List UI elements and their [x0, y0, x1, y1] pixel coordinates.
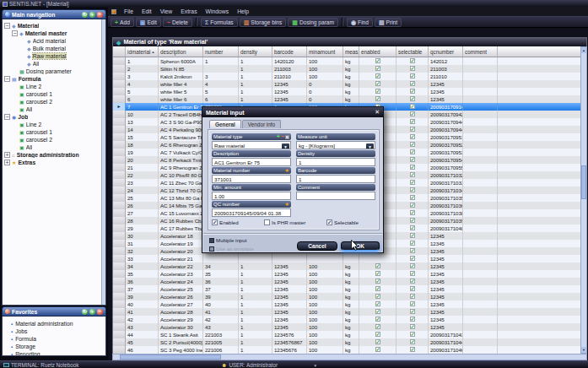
add-type-icon[interactable]: +: [277, 134, 280, 139]
menu-extras[interactable]: Extras: [176, 8, 201, 14]
menu-view[interactable]: View: [156, 8, 177, 14]
column-header-meas[interactable]: meas...: [343, 46, 359, 57]
tree-item-job[interactable]: −◉Job: [3, 113, 105, 121]
column-header-density[interactable]: density: [239, 46, 272, 57]
collapse-icon[interactable]: −: [4, 76, 10, 82]
comment-input[interactable]: [296, 192, 375, 200]
menu-edit[interactable]: Edit: [138, 8, 156, 14]
tree-item-bulk-material[interactable]: ◆Bulk material: [3, 45, 105, 52]
table-row-1[interactable]: 1Spheron 6000A111420120100kg✓✓142012: [113, 57, 580, 65]
table-row-3[interactable]: 3Kalcit 2mikron31211010100kg✓✓211010: [113, 73, 580, 80]
tree-item-formula[interactable]: −▤Formula: [3, 75, 105, 83]
expand-icon[interactable]: +: [4, 160, 10, 165]
collapse-icon[interactable]: −: [4, 23, 10, 29]
checkbox-icon[interactable]: [326, 219, 332, 225]
nav-panel-header[interactable]: Main navigation ↻ + −: [2, 9, 106, 19]
tree-item-all[interactable]: ▣All: [3, 106, 105, 113]
table-row-37[interactable]: 37Accelerator 2537112345100kg✓✓12345: [113, 285, 580, 293]
add-favorite-icon[interactable]: +: [89, 309, 95, 315]
toolbar-delete-button[interactable]: −Delete: [163, 18, 192, 27]
tree-item-carousel-2[interactable]: ▣carousel 2: [3, 98, 105, 106]
tree-item-carousel-1[interactable]: ▣carousel 1: [3, 128, 105, 136]
column-header-selectable[interactable]: selectable: [396, 46, 429, 57]
tree-item-material[interactable]: −◆Material: [3, 22, 105, 30]
column-header-description[interactable]: description: [159, 46, 203, 57]
scrollbar-thumb[interactable]: [581, 165, 586, 199]
table-row-34[interactable]: 34Accelerator 2234112345100kg✓✓12345: [113, 262, 580, 270]
column-header-minamount[interactable]: minamount: [307, 46, 343, 57]
toolbar-storage-bins-button[interactable]: ▥Storage bins: [240, 18, 287, 27]
table-row-43[interactable]: 43Accelerator 3043112345100kg✓✓12345: [113, 323, 580, 331]
is-phr-master-checkbox[interactable]: Is PHR master: [264, 219, 305, 225]
tree-item-extras[interactable]: +★Extras: [3, 159, 105, 166]
column-header-idmaterial[interactable]: idmaterial▲: [126, 46, 159, 57]
mdi-child-icon[interactable]: [111, 9, 116, 14]
collapse-icon[interactable]: −: [4, 114, 10, 120]
tree-item-acid-material[interactable]: ◆Acid material: [3, 37, 105, 45]
favorite-item-reporting[interactable]: ▪Reporting: [3, 350, 105, 356]
barcode-input[interactable]: [296, 175, 375, 183]
add-node-icon[interactable]: +: [89, 12, 95, 18]
toolbar-edit-button[interactable]: ▣Edit: [136, 18, 161, 27]
toolbar-print-button[interactable]: ▤Print: [375, 18, 402, 27]
tree-item-carousel-2[interactable]: ▣carousel 2: [3, 136, 105, 143]
material-type-select[interactable]: Raw material ▼: [212, 141, 291, 149]
table-row-46[interactable]: 46SC 3 Peg 4000 Ineo..221006112345676100…: [113, 346, 580, 354]
table-row-44[interactable]: 44SC 1 Stearik Asit22100311234576100kg✓✓…: [113, 331, 580, 338]
table-row-36[interactable]: 36Accelerator 2436112345100kg✓✓12345: [113, 278, 580, 285]
close-icon[interactable]: ✕: [375, 109, 380, 116]
checkbox-icon[interactable]: [212, 219, 218, 225]
measure-unit-select[interactable]: kg - [Kilograms] ▼: [296, 141, 375, 149]
toolbar-formulas-button[interactable]: ΣFormulas: [201, 18, 238, 27]
ok-button[interactable]: OK: [341, 241, 380, 251]
table-row-42[interactable]: 42Accelerator 2942112345100kg✓✓12345: [113, 316, 580, 323]
scroll-down-icon[interactable]: ▼: [581, 347, 586, 353]
scrollbar-thumb[interactable]: [120, 354, 221, 360]
column-header-enabled[interactable]: enabled: [359, 46, 396, 57]
dialog-titlebar[interactable]: Material input ✕: [202, 107, 383, 117]
refresh-icon[interactable]: ↻: [82, 12, 88, 18]
favorite-item-material-administration[interactable]: ▪Material administration: [3, 320, 105, 327]
vertical-scrollbar[interactable]: ▲ ▼: [580, 46, 587, 354]
toolbar-add-button[interactable]: +Add: [111, 18, 134, 27]
table-row-4[interactable]: 4white filler 441123450kg✓✓12345: [113, 80, 580, 88]
favorites-panel-header[interactable]: Favorites ↻ + −: [2, 306, 106, 317]
min-amount-input[interactable]: [212, 192, 291, 200]
column-header-barcode[interactable]: barcode: [272, 46, 307, 57]
tree-item-all[interactable]: ◆All: [3, 60, 105, 68]
remove-favorite-icon[interactable]: −: [97, 309, 103, 315]
menu-windows[interactable]: Windows: [202, 8, 234, 14]
toolbar-dosing-param-button[interactable]: ▦Dosing param: [288, 18, 338, 27]
table-row-45[interactable]: 45SC 2 Purisol(4000)22100511234576867100…: [113, 338, 580, 346]
selectable-checkbox[interactable]: Selectable: [326, 219, 359, 225]
menu-file[interactable]: File: [120, 8, 138, 14]
multiple-input-checkbox[interactable]: Multiple input: [209, 237, 246, 243]
qc-number-input[interactable]: [212, 208, 291, 217]
tab-general[interactable]: General: [209, 120, 241, 128]
caret-down-icon[interactable]: ▼: [313, 362, 317, 368]
table-row-40[interactable]: 40Accelerator 2740112345100kg✓✓12345: [113, 300, 580, 308]
cancel-button[interactable]: Cancel: [297, 241, 337, 251]
remove-type-icon[interactable]: −: [281, 134, 284, 139]
tree-item-storage-administration[interactable]: +⌂Storage administration: [3, 151, 105, 159]
scroll-up-icon[interactable]: ▲: [581, 47, 586, 53]
collapse-icon[interactable]: −: [12, 30, 18, 36]
tree-item-line-2[interactable]: ▣Line 2: [3, 83, 105, 90]
tree-item-dosing-parameter[interactable]: ▦Dosing parameter: [3, 68, 105, 75]
column-header-comment[interactable]: comment: [463, 46, 498, 57]
column-header-number[interactable]: number: [203, 46, 239, 57]
table-row-33[interactable]: 33Accelerator 21✓12345: [113, 255, 580, 262]
material-number-input[interactable]: [212, 175, 291, 183]
tree-item-all[interactable]: ▣All: [3, 143, 105, 151]
table-row-35[interactable]: 35Accelerator 2335112345100kg✓✓12345: [113, 270, 580, 278]
horizontal-scrollbar[interactable]: [112, 354, 587, 360]
favorite-item-formula[interactable]: ▪Formula: [3, 335, 105, 343]
tree-item-line-2[interactable]: ▣Line 2: [3, 121, 105, 128]
favorite-item-storage[interactable]: ▪Storage: [3, 343, 105, 350]
table-row-5[interactable]: 5white filler 551123450kg✓✓12345: [113, 88, 580, 95]
checkbox-icon[interactable]: [264, 219, 270, 225]
tree-item-carousel-1[interactable]: ▣carousel 1: [3, 90, 105, 98]
description-input[interactable]: [212, 158, 291, 166]
tree-item-raw-material[interactable]: ◆Raw material: [3, 52, 105, 60]
tree-scrollbar[interactable]: [101, 19, 105, 305]
